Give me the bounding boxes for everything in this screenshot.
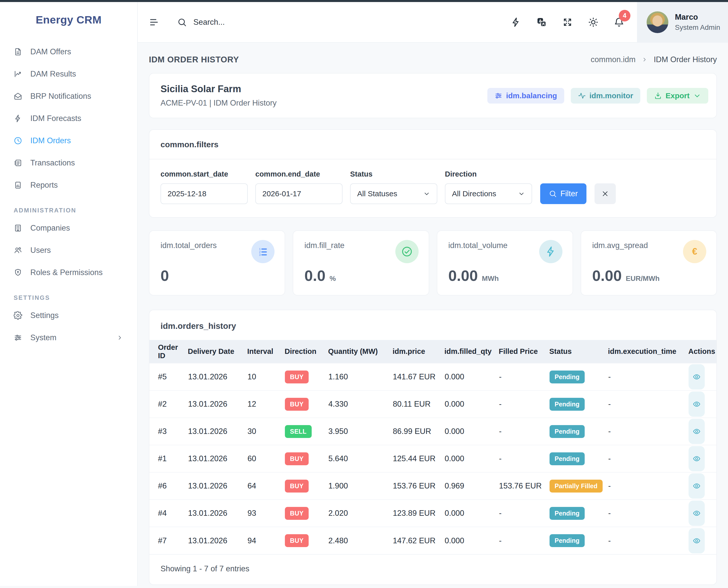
direction-badge: BUY xyxy=(285,371,309,383)
view-order-button[interactable] xyxy=(689,473,705,499)
status-label: Status xyxy=(350,170,437,178)
start-date-field: common.start_date xyxy=(161,170,248,204)
receipt-icon xyxy=(14,159,22,167)
monitor-button[interactable]: idm.monitor xyxy=(571,88,640,104)
cell-order-id: #1 xyxy=(149,445,188,472)
sidebar-section-settings: SETTINGS xyxy=(14,294,137,301)
filters-card: common.filters common.start_date common.… xyxy=(149,129,717,218)
sidebar-item-roles-permissions[interactable]: Roles & Permissions xyxy=(0,261,137,284)
sidebar-item-brp-notifications[interactable]: BRP Notifications xyxy=(0,85,137,107)
cell-interval: 10 xyxy=(247,363,285,391)
stat-unit: EUR/MWh xyxy=(626,275,660,282)
table-row: #613.01.202664BUY1.900153.76 EUR0.969153… xyxy=(149,472,716,500)
sidebar-item-idm-forecasts[interactable]: IDM Forecasts xyxy=(0,107,137,130)
breadcrumb-parent[interactable]: common.idm xyxy=(591,55,635,64)
column-header: Direction xyxy=(285,340,328,363)
sidebar-item-dam-offers[interactable]: DAM Offers xyxy=(0,41,137,63)
cell-filled-qty: 0.000 xyxy=(444,500,499,527)
sidebar-item-system[interactable]: System xyxy=(0,327,137,349)
cell-price: 86.99 EUR xyxy=(392,418,444,445)
view-order-button[interactable] xyxy=(689,528,705,553)
cell-filled-price: - xyxy=(499,445,549,472)
cell-quantity: 3.950 xyxy=(328,418,392,445)
direction-label: Direction xyxy=(445,170,532,178)
user-menu[interactable]: Marco System Admin xyxy=(637,2,728,42)
cell-actions xyxy=(688,500,716,527)
search-icon xyxy=(177,17,187,27)
cell-execution-time: - xyxy=(608,527,688,554)
sidebar-item-label: Reports xyxy=(31,181,58,190)
search-input[interactable] xyxy=(193,17,345,27)
topbar: A 4 Marco System Admin xyxy=(138,2,728,43)
start-date-input[interactable] xyxy=(161,183,248,204)
sidebar-section-administration: ADMINISTRATION xyxy=(14,207,137,214)
cell-quantity: 1.160 xyxy=(328,363,392,391)
status-select[interactable]: All Statuses xyxy=(350,183,437,204)
sidebar-item-dam-results[interactable]: DAM Results xyxy=(0,63,137,85)
column-header: Filled Price xyxy=(499,340,549,363)
cell-quantity: 4.330 xyxy=(328,391,392,418)
unit-card: Sicilia Solar Farm ACME-PV-01 | IDM Orde… xyxy=(149,73,717,118)
chevron-right-icon xyxy=(642,57,648,63)
theme-toggle-button[interactable] xyxy=(588,17,599,27)
column-header: idm.filled_qty xyxy=(444,340,499,363)
view-order-button[interactable] xyxy=(689,364,705,390)
breadcrumb-current: IDM Order History xyxy=(654,55,717,64)
cell-quantity: 5.640 xyxy=(328,445,392,472)
cell-execution-time: - xyxy=(608,363,688,391)
button-label: Filter xyxy=(561,189,578,198)
direction-badge: BUY xyxy=(285,398,309,411)
chevron-right-icon xyxy=(117,334,123,341)
cell-price: 147.62 EUR xyxy=(392,527,444,554)
start-date-label: common.start_date xyxy=(161,170,248,178)
sun-icon xyxy=(588,17,599,27)
cell-direction: BUY xyxy=(285,472,328,500)
balancing-button[interactable]: idm.balancing xyxy=(487,88,564,104)
sidebar-item-settings[interactable]: Settings xyxy=(0,304,137,327)
sidebar-item-users[interactable]: Users xyxy=(0,239,137,261)
cell-interval: 60 xyxy=(247,445,285,472)
cell-filled-price: - xyxy=(499,363,549,391)
sidebar-item-label: BRP Notifications xyxy=(31,92,91,101)
top-strip xyxy=(0,0,728,2)
clear-filters-button[interactable] xyxy=(594,183,616,204)
cell-price: 80.11 EUR xyxy=(392,391,444,418)
end-date-input[interactable] xyxy=(255,183,343,204)
view-order-button[interactable] xyxy=(689,501,705,526)
direction-select[interactable]: All Directions xyxy=(445,183,532,204)
sidebar-item-reports[interactable]: Reports xyxy=(0,174,137,196)
cell-filled-qty: 0.000 xyxy=(444,445,499,472)
cell-filled-price: 153.76 EUR xyxy=(499,472,549,500)
cell-execution-time: - xyxy=(608,445,688,472)
sidebar-item-transactions[interactable]: Transactions xyxy=(0,152,137,174)
sidebar-item-label: IDM Forecasts xyxy=(31,114,81,123)
filter-button[interactable]: Filter xyxy=(540,183,586,204)
view-order-button[interactable] xyxy=(689,392,705,417)
cell-actions xyxy=(688,527,716,554)
table-footer: Showing 1 - 7 of 7 entries xyxy=(149,554,716,585)
view-order-button[interactable] xyxy=(689,419,705,444)
export-button[interactable]: Export xyxy=(647,88,708,104)
eye-icon xyxy=(693,400,701,408)
cell-filled-qty: 0.000 xyxy=(444,527,499,554)
eye-icon xyxy=(693,427,701,436)
svg-text:2: 2 xyxy=(259,251,261,254)
column-header: Status xyxy=(549,340,608,363)
quick-actions-button[interactable] xyxy=(511,17,521,27)
sidebar-item-idm-orders[interactable]: IDM Orders xyxy=(0,130,137,152)
fullscreen-button[interactable] xyxy=(562,17,573,27)
svg-text:3: 3 xyxy=(259,253,261,256)
cell-filled-price: - xyxy=(499,391,549,418)
direction-badge: BUY xyxy=(285,453,309,465)
cell-execution-time: - xyxy=(608,418,688,445)
notifications-button[interactable]: 4 xyxy=(614,17,624,27)
svg-text:€: € xyxy=(692,246,697,257)
stat-card-fill-rate: idm.fill_rate 0.0% xyxy=(293,230,429,295)
sidebar-item-companies[interactable]: Companies xyxy=(0,217,137,239)
view-order-button[interactable] xyxy=(689,446,705,471)
cell-direction: BUY xyxy=(285,363,328,391)
language-button[interactable]: A xyxy=(537,17,547,27)
chevron-down-icon xyxy=(423,190,430,197)
menu-toggle-button[interactable] xyxy=(146,14,163,30)
sidebar-item-label: Companies xyxy=(31,224,70,233)
